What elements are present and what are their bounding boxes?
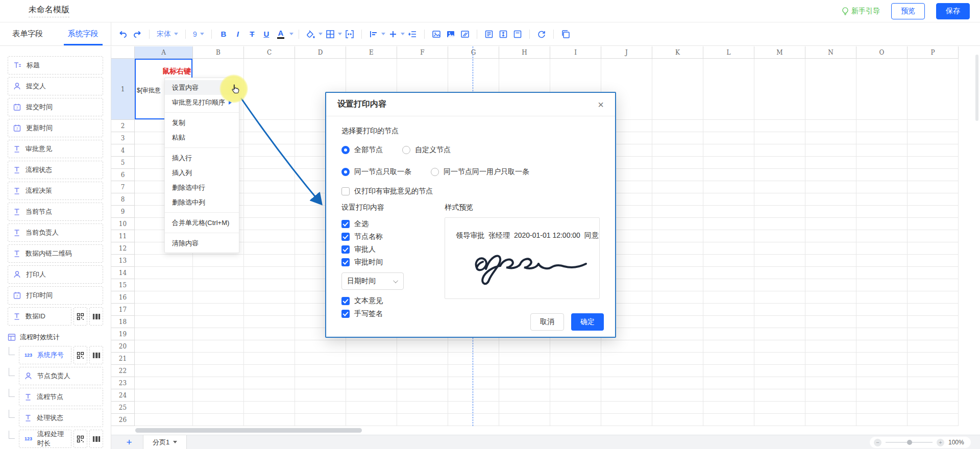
cell-C24[interactable] — [244, 389, 295, 402]
cell-K12[interactable] — [652, 242, 703, 255]
cell-K18[interactable] — [652, 316, 703, 328]
cell-C3[interactable] — [244, 132, 295, 144]
cell-L14[interactable] — [703, 267, 754, 279]
cell-C8[interactable] — [244, 193, 295, 206]
cell-O20[interactable] — [856, 340, 908, 353]
row-header-11[interactable]: 11 — [111, 230, 135, 242]
cell-L11[interactable] — [703, 230, 754, 242]
field-item-6[interactable]: 流程决策 — [8, 182, 103, 200]
cell-K25[interactable] — [652, 402, 703, 414]
cell-K3[interactable] — [652, 132, 703, 144]
column-header-E[interactable]: E — [346, 46, 397, 59]
cell-O1[interactable] — [856, 59, 908, 120]
cell-A22[interactable] — [135, 365, 193, 377]
row-header-17[interactable]: 17 — [111, 304, 135, 316]
cell-F25[interactable] — [397, 402, 448, 414]
cell-F24[interactable] — [397, 389, 448, 402]
cell-P19[interactable] — [908, 328, 959, 340]
column-header-G[interactable]: G — [448, 46, 499, 59]
cell-O4[interactable] — [856, 144, 908, 157]
cell-D23[interactable] — [295, 377, 346, 389]
cell-L25[interactable] — [703, 402, 754, 414]
cell-N11[interactable] — [805, 230, 856, 242]
cell-A15[interactable] — [135, 279, 193, 291]
cell-C25[interactable] — [244, 402, 295, 414]
cell-L12[interactable] — [703, 242, 754, 255]
check-checklist2-1[interactable]: 手写签名 — [341, 307, 445, 320]
cell-E23[interactable] — [346, 377, 397, 389]
field-item-3[interactable]: 7更新时间 — [8, 119, 103, 137]
column-header-J[interactable]: J — [601, 46, 652, 59]
cell-B15[interactable] — [193, 279, 244, 291]
cell-M8[interactable] — [754, 193, 805, 206]
row-header-13[interactable]: 13 — [111, 255, 135, 267]
save-button[interactable]: 保存 — [936, 3, 970, 19]
cell-L20[interactable] — [703, 340, 754, 353]
cell-K24[interactable] — [652, 389, 703, 402]
cell-I24[interactable] — [550, 389, 601, 402]
cell-P5[interactable] — [908, 157, 959, 169]
cell-F22[interactable] — [397, 365, 448, 377]
zoom-slider-handle[interactable] — [907, 440, 912, 445]
row-header-10[interactable]: 10 — [111, 218, 135, 230]
cell-B23[interactable] — [193, 377, 244, 389]
cell-M7[interactable] — [754, 181, 805, 193]
field-item-8[interactable]: 当前负责人 — [8, 223, 103, 242]
cell-P21[interactable] — [908, 353, 959, 365]
cell-M20[interactable] — [754, 340, 805, 353]
cell-L15[interactable] — [703, 279, 754, 291]
cell-G24[interactable] — [448, 389, 499, 402]
cell-J24[interactable] — [601, 389, 652, 402]
font-family-select[interactable]: 宋体 — [155, 30, 180, 39]
cell-N26[interactable] — [805, 414, 856, 426]
cell-O9[interactable] — [856, 206, 908, 218]
row-header-15[interactable]: 15 — [111, 279, 135, 291]
cell-O21[interactable] — [856, 353, 908, 365]
cell-M15[interactable] — [754, 279, 805, 291]
indent-button[interactable] — [406, 28, 419, 41]
cell-J22[interactable] — [601, 365, 652, 377]
field-item-2[interactable]: 7提交时间 — [8, 98, 103, 116]
cell-C14[interactable] — [244, 267, 295, 279]
cell-C6[interactable] — [244, 169, 295, 181]
cell-A21[interactable] — [135, 353, 193, 365]
cell-B19[interactable] — [193, 328, 244, 340]
cell-K22[interactable] — [652, 365, 703, 377]
cell-N15[interactable] — [805, 279, 856, 291]
menu-item-8[interactable]: 删除选中行 — [165, 180, 239, 195]
cell-L13[interactable] — [703, 255, 754, 267]
italic-button[interactable]: I — [231, 28, 244, 41]
sub-field-item-4[interactable]: 123流程处理时长 — [19, 430, 71, 448]
cell-L24[interactable] — [703, 389, 754, 402]
cell-P12[interactable] — [908, 242, 959, 255]
cell-L10[interactable] — [703, 218, 754, 230]
cell-J20[interactable] — [601, 340, 652, 353]
row-header-7[interactable]: 7 — [111, 181, 135, 193]
sub-field-item-1[interactable]: 节点负责人 — [19, 367, 103, 385]
cell-L23[interactable] — [703, 377, 754, 389]
cell-D26[interactable] — [295, 414, 346, 426]
cell-B18[interactable] — [193, 316, 244, 328]
row-header-26[interactable]: 26 — [111, 414, 135, 426]
fill-color-button[interactable] — [304, 28, 317, 41]
cell-K10[interactable] — [652, 218, 703, 230]
cell-H22[interactable] — [499, 365, 550, 377]
cell-C13[interactable] — [244, 255, 295, 267]
chevron-down-icon[interactable] — [289, 33, 293, 35]
cell-K4[interactable] — [652, 144, 703, 157]
field-item-7[interactable]: 当前节点 — [8, 203, 103, 221]
cell-F21[interactable] — [397, 353, 448, 365]
check-checklist1-2[interactable]: 审批人 — [341, 243, 445, 256]
corner-cell[interactable] — [111, 46, 135, 59]
cell-O16[interactable] — [856, 291, 908, 304]
chevron-down-icon[interactable] — [381, 33, 385, 35]
cell-B13[interactable] — [193, 255, 244, 267]
cell-M3[interactable] — [754, 132, 805, 144]
refresh-button[interactable] — [535, 28, 548, 41]
cell-A18[interactable] — [135, 316, 193, 328]
cell-M11[interactable] — [754, 230, 805, 242]
cell-A19[interactable] — [135, 328, 193, 340]
cell-L8[interactable] — [703, 193, 754, 206]
cell-H21[interactable] — [499, 353, 550, 365]
cell-C15[interactable] — [244, 279, 295, 291]
